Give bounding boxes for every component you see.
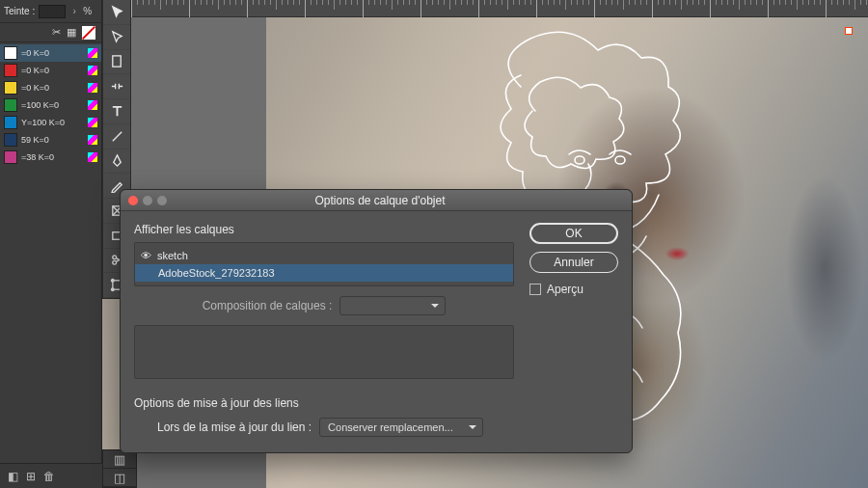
swatch-label: =0 K=0 (21, 48, 84, 58)
swatch-row[interactable]: =0 K=0 (0, 44, 101, 62)
svg-point-10 (111, 288, 114, 291)
line-tool[interactable] (103, 124, 130, 149)
gap-tool[interactable] (103, 74, 130, 99)
svg-point-5 (112, 261, 116, 265)
swatch-type-icon (88, 83, 97, 93)
swatch-type-icon (88, 100, 97, 110)
preview-label: Aperçu (547, 283, 583, 296)
tint-label: Teinte : (4, 6, 35, 16)
swatch-row[interactable]: =0 K=0 (0, 79, 101, 96)
swatch-chip (4, 150, 17, 164)
swatch-label: 59 K=0 (21, 135, 84, 145)
page-tool[interactable] (103, 50, 130, 75)
none-swatch-icon[interactable] (82, 26, 95, 40)
swatch-label: =38 K=0 (21, 152, 84, 162)
swatch-type-icon (88, 66, 97, 75)
ok-button[interactable]: OK (529, 223, 618, 244)
swatch-row[interactable]: 59 K=0 (0, 131, 101, 149)
tint-input[interactable] (39, 5, 66, 18)
dock-icon-2[interactable]: ◫ (103, 469, 136, 487)
collapsed-dock: ▥ ◫ (102, 449, 137, 488)
swatch-chip (4, 133, 17, 147)
direct-selection-tool[interactable] (103, 25, 130, 50)
selection-tool[interactable] (103, 0, 130, 25)
trash-icon[interactable]: 🗑 (43, 470, 55, 483)
swatch-type-icon (88, 118, 97, 127)
chevron-right-icon[interactable]: › (69, 6, 79, 16)
layer-name[interactable]: sketch (157, 250, 188, 261)
svg-rect-2 (112, 56, 120, 67)
comp-preview-box (134, 325, 514, 379)
swatch-chip (4, 81, 17, 95)
swatch-row[interactable]: =100 K=0 (0, 96, 101, 114)
swatch-list: =0 K=0=0 K=0=0 K=0=100 K=0Y=100 K=059 K=… (0, 42, 101, 168)
visibility-icon[interactable]: 👁 (141, 250, 151, 261)
grid-icon[interactable]: ▦ (67, 26, 76, 39)
close-icon[interactable] (128, 196, 138, 205)
zoom-icon (157, 196, 167, 205)
selection-handle-r[interactable] (845, 27, 853, 35)
swatch-label: =100 K=0 (21, 100, 84, 110)
link-update-dropdown[interactable]: Conserver remplacemen... (319, 418, 483, 437)
minimize-icon (143, 196, 152, 205)
type-tool[interactable] (103, 99, 130, 124)
swatch-label: Y=100 K=0 (21, 118, 84, 127)
swatch-row[interactable]: =0 K=0 (0, 62, 101, 79)
show-layers-label: Afficher les calques (134, 223, 514, 236)
new-icon[interactable]: ⊞ (26, 470, 36, 483)
percent-label: % (83, 6, 92, 16)
swatch-row[interactable]: Y=100 K=0 (0, 114, 101, 131)
preview-checkbox[interactable] (529, 284, 541, 295)
ruler-horizontal (131, 0, 868, 17)
swatch-label: =0 K=0 (21, 83, 84, 93)
svg-point-6 (112, 256, 116, 259)
cancel-button[interactable]: Annuler (529, 252, 618, 273)
link-options-label: Options de mise à jour des liens (134, 396, 514, 410)
swatch-chip (4, 64, 17, 77)
swatches-panel: Teinte : › % ✂ ▦ =0 K=0=0 K=0=0 K=0=100 … (0, 0, 102, 488)
scissors-icon[interactable]: ✂ (52, 26, 61, 39)
pen-tool[interactable] (103, 149, 130, 175)
swatch-type-icon (88, 48, 97, 58)
object-layer-options-dialog: Options de calque d'objet Afficher les c… (120, 189, 633, 453)
swatch-chip (4, 116, 17, 129)
svg-point-8 (111, 280, 114, 283)
dialog-title: Options de calque d'objet (167, 194, 632, 207)
layer-list[interactable]: 👁 sketch AdobeStock_279232183 (134, 242, 514, 286)
swatch-type-icon (88, 135, 97, 145)
layer-comp-label: Composition de calques : (203, 299, 333, 312)
swatch-type-icon (88, 152, 97, 162)
link-update-label: Lors de la mise à jour du lien : (157, 420, 312, 434)
swatch-row[interactable]: =38 K=0 (0, 149, 101, 166)
swatch-chip (4, 98, 17, 112)
overlay-icon[interactable]: ◧ (8, 470, 18, 483)
layer-comp-dropdown[interactable] (339, 296, 446, 315)
panel-footer: ◧ ⊞ 🗑 (0, 463, 102, 488)
swatch-label: =0 K=0 (21, 66, 84, 75)
layer-name[interactable]: AdobeStock_279232183 (158, 267, 275, 279)
dialog-titlebar[interactable]: Options de calque d'objet (121, 190, 632, 211)
swatch-chip (4, 46, 17, 60)
